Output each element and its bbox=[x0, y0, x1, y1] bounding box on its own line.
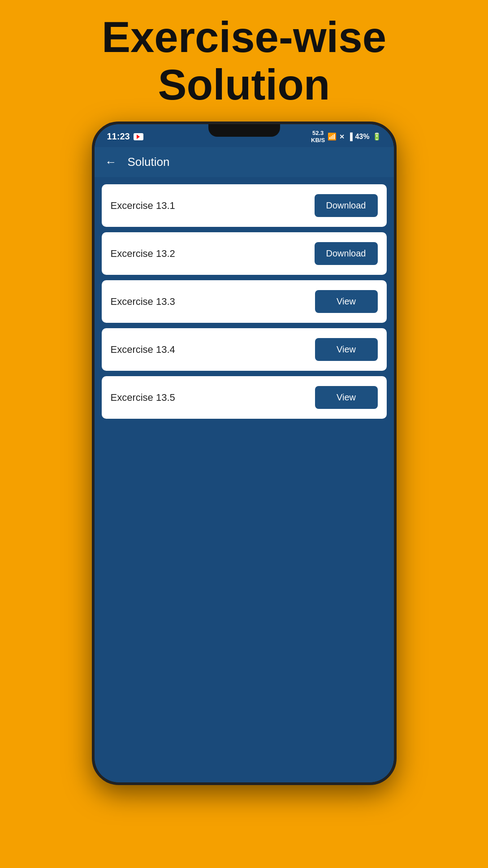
status-time: 11:23 bbox=[107, 131, 130, 142]
exercise-card-2: Excercise 13.2Download bbox=[102, 232, 387, 275]
phone-wrapper: 11:23 52.3KB/S 📶 ✕ ▐ 43% 🔋 ← Solution bbox=[92, 122, 397, 785]
header-title: Solution bbox=[128, 155, 170, 169]
exercise-card-1: Excercise 13.1Download bbox=[102, 184, 387, 227]
page-background: Exercise-wise Solution 11:23 52.3KB/S 📶 … bbox=[0, 0, 488, 868]
youtube-icon bbox=[134, 133, 143, 140]
view-button-3[interactable]: View bbox=[315, 290, 378, 313]
exercise-label-4: Excercise 13.4 bbox=[111, 344, 175, 356]
side-button-right bbox=[395, 250, 397, 295]
page-title: Exercise-wise Solution bbox=[84, 13, 404, 108]
download-button-2[interactable]: Download bbox=[315, 242, 378, 265]
exercise-label-3: Excercise 13.3 bbox=[111, 296, 175, 308]
exercise-card-5: Excercise 13.5View bbox=[102, 376, 387, 419]
content-area: Excercise 13.1DownloadExcercise 13.2Down… bbox=[95, 177, 394, 782]
phone-screen: 11:23 52.3KB/S 📶 ✕ ▐ 43% 🔋 ← Solution bbox=[95, 124, 394, 782]
exercise-label-1: Excercise 13.1 bbox=[111, 200, 175, 212]
battery-text: 43% bbox=[355, 133, 369, 141]
signal-bars-icon: ▐ bbox=[347, 133, 352, 141]
exercise-label-5: Excercise 13.5 bbox=[111, 392, 175, 404]
app-header: ← Solution bbox=[95, 147, 394, 177]
view-button-5[interactable]: View bbox=[315, 386, 378, 409]
back-button[interactable]: ← bbox=[102, 153, 121, 171]
network-speed: 52.3KB/S bbox=[311, 130, 325, 143]
battery-icon: 🔋 bbox=[372, 132, 381, 141]
exercise-card-4: Excercise 13.4View bbox=[102, 328, 387, 371]
phone-notch bbox=[208, 124, 280, 137]
side-button-left bbox=[92, 259, 94, 295]
download-button-1[interactable]: Download bbox=[315, 194, 378, 217]
status-left: 11:23 bbox=[107, 131, 143, 142]
status-right: 52.3KB/S 📶 ✕ ▐ 43% 🔋 bbox=[311, 130, 381, 143]
exercise-card-3: Excercise 13.3View bbox=[102, 280, 387, 323]
signal-x-icon: ✕ bbox=[339, 133, 345, 140]
exercise-label-2: Excercise 13.2 bbox=[111, 248, 175, 260]
wifi-icon: 📶 bbox=[328, 132, 337, 141]
view-button-4[interactable]: View bbox=[315, 338, 378, 361]
